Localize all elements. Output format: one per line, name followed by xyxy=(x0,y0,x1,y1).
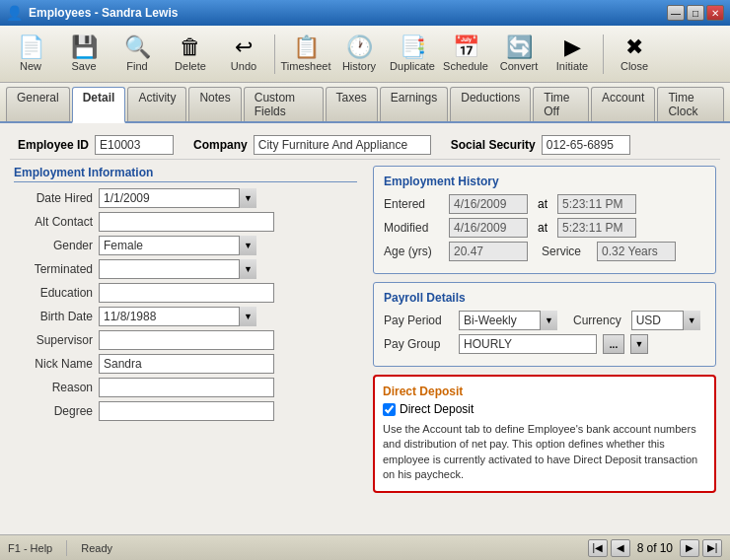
direct-deposit-checkbox[interactable] xyxy=(383,403,396,416)
tab-taxes[interactable]: Taxes xyxy=(326,87,378,121)
of-label: of xyxy=(647,541,657,555)
gender-field[interactable] xyxy=(99,236,256,255)
employee-id-field[interactable] xyxy=(95,135,174,155)
initiate-button[interactable]: ▶ Initiate xyxy=(548,33,597,76)
close-label: Close xyxy=(620,60,648,72)
first-record-button[interactable]: |◀ xyxy=(588,539,608,557)
gender-label: Gender xyxy=(14,239,93,252)
company-field[interactable] xyxy=(254,135,431,155)
date-hired-row: Date Hired ▼ xyxy=(14,188,357,208)
tab-custom-fields[interactable]: Custom Fields xyxy=(244,87,324,121)
social-security-label: Social Security xyxy=(451,138,536,152)
info-bar: Employee ID Company Social Security xyxy=(10,131,720,160)
tab-notes[interactable]: Notes xyxy=(188,87,241,121)
date-hired-field[interactable] xyxy=(99,188,256,208)
tab-deductions[interactable]: Deductions xyxy=(450,87,531,121)
timesheet-label: Timesheet xyxy=(281,60,331,72)
tab-account[interactable]: Account xyxy=(591,87,655,121)
timesheet-button[interactable]: 📋 Timesheet xyxy=(281,33,330,76)
degree-row: Degree xyxy=(14,401,357,421)
close-icon: ✖ xyxy=(625,36,643,58)
degree-field[interactable] xyxy=(99,401,274,421)
duplicate-button[interactable]: 📑 Duplicate xyxy=(388,33,437,76)
service-field xyxy=(597,242,676,261)
education-field[interactable] xyxy=(99,283,274,303)
reason-label: Reason xyxy=(14,381,93,394)
schedule-icon: 📅 xyxy=(453,36,479,58)
supervisor-field[interactable] xyxy=(99,330,274,350)
tab-earnings[interactable]: Earnings xyxy=(380,87,448,121)
direct-deposit-checkbox-row: Direct Deposit xyxy=(383,402,706,416)
undo-icon: ↩ xyxy=(235,36,253,58)
employment-history-title: Employment History xyxy=(384,175,705,188)
history-button[interactable]: 🕐 History xyxy=(334,33,384,76)
tab-bar: General Detail Activity Notes Custom Fie… xyxy=(0,83,730,123)
last-record-button[interactable]: ▶| xyxy=(702,539,722,557)
pay-group-dots-button[interactable]: ... xyxy=(603,334,624,354)
delete-label: Delete xyxy=(175,60,206,72)
currency-field[interactable] xyxy=(631,311,700,330)
find-button[interactable]: 🔍 Find xyxy=(112,33,162,76)
tab-activity[interactable]: Activity xyxy=(127,87,186,121)
modified-row: Modified at xyxy=(384,218,705,238)
undo-button[interactable]: ↩ Undo xyxy=(219,33,268,76)
payroll-details-section: Payroll Details Pay Period ▼ Currency ▼ xyxy=(373,282,716,367)
tab-time-off[interactable]: Time Off xyxy=(533,87,589,121)
current-record: 8 xyxy=(637,541,644,555)
find-icon: 🔍 xyxy=(124,36,151,58)
company-label: Company xyxy=(193,138,248,152)
navigation-controls: |◀ ◀ 8 of 10 ▶ ▶| xyxy=(588,539,722,557)
entered-date-field xyxy=(449,194,528,214)
alt-contact-label: Alt Contact xyxy=(14,215,93,229)
social-security-field[interactable] xyxy=(542,135,630,155)
undo-label: Undo xyxy=(231,60,256,72)
total-records: 10 xyxy=(660,541,673,555)
direct-deposit-checkbox-label: Direct Deposit xyxy=(400,402,474,416)
maximize-button[interactable]: □ xyxy=(687,5,704,21)
modified-time-field xyxy=(557,218,636,238)
pay-group-field[interactable] xyxy=(459,334,597,354)
tab-time-clock[interactable]: Time Clock xyxy=(657,87,724,121)
delete-button[interactable]: 🗑 Delete xyxy=(166,33,215,76)
nick-name-field[interactable] xyxy=(99,354,274,374)
next-record-button[interactable]: ▶ xyxy=(680,539,699,557)
entered-row: Entered at xyxy=(384,194,705,214)
date-hired-label: Date Hired xyxy=(14,191,93,205)
close-button[interactable]: ✖ Close xyxy=(610,33,659,76)
tab-general[interactable]: General xyxy=(6,87,70,121)
history-icon: 🕐 xyxy=(346,36,373,58)
terminated-row: Terminated ▼ xyxy=(14,259,357,279)
pay-period-field[interactable] xyxy=(459,311,557,330)
find-label: Find xyxy=(126,60,147,72)
initiate-label: Initiate xyxy=(556,60,588,72)
pay-period-row: Pay Period ▼ Currency ▼ xyxy=(384,311,705,330)
reason-row: Reason xyxy=(14,378,357,397)
tab-detail[interactable]: Detail xyxy=(72,87,126,123)
at-label-1: at xyxy=(538,197,548,211)
new-button[interactable]: 📄 New xyxy=(6,33,55,76)
service-label: Service xyxy=(542,245,591,258)
modified-label: Modified xyxy=(384,221,443,235)
pay-group-arrow[interactable]: ▼ xyxy=(630,334,648,354)
duplicate-icon: 📑 xyxy=(400,36,426,58)
gender-row: Gender ▼ xyxy=(14,236,357,255)
save-button[interactable]: 💾 Save xyxy=(59,33,109,76)
close-window-button[interactable]: ✕ xyxy=(706,5,724,21)
direct-deposit-description: Use the Account tab to define Employee's… xyxy=(383,422,706,483)
window-title: Employees - Sandra Lewis xyxy=(29,6,178,20)
reason-field[interactable] xyxy=(99,378,274,397)
terminated-field[interactable] xyxy=(99,259,256,279)
prev-record-button[interactable]: ◀ xyxy=(611,539,630,557)
schedule-button[interactable]: 📅 Schedule xyxy=(441,33,490,76)
age-service-row: Age (yrs) Service xyxy=(384,242,705,261)
alt-contact-field[interactable] xyxy=(99,212,274,232)
timesheet-icon: 📋 xyxy=(293,36,320,58)
pay-group-row: Pay Group ... ▼ xyxy=(384,334,705,354)
status-separator xyxy=(66,540,67,556)
delete-icon: 🗑 xyxy=(180,36,201,58)
birth-date-field[interactable] xyxy=(99,307,256,326)
minimize-button[interactable]: — xyxy=(667,5,685,21)
main-content: Employee ID Company Social Security Empl… xyxy=(0,123,730,534)
convert-button[interactable]: 🔄 Convert xyxy=(494,33,544,76)
direct-deposit-section: Direct Deposit Direct Deposit Use the Ac… xyxy=(373,375,716,493)
